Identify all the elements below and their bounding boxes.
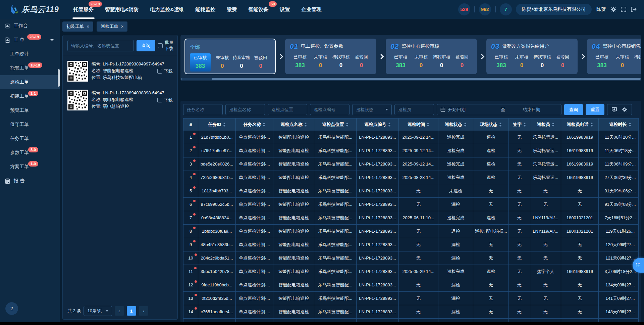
stage-card[interactable]: 02 监控中心巡检审核 已审核 383 未审核 0 待我审核 0 被驳回 0 [386, 39, 477, 74]
notification-counter[interactable]: 7 [500, 3, 512, 15]
column-header[interactable]: 现场状态 [473, 119, 509, 131]
filter-input[interactable] [394, 104, 434, 115]
table-row[interactable]: 51813b4bb793...单点巡检计划-...智能配电箱巡检乐鸟科技智能配.… [183, 184, 638, 198]
panel-next-page-button[interactable]: › [139, 306, 148, 316]
nav-item[interactable]: 智能设备 50 [243, 0, 274, 19]
table-row[interactable]: 70a98c43f8824...单点巡检计划-...智能配电箱巡检乐鸟科技智能配… [183, 211, 638, 225]
sidebar-subitem[interactable]: 初装工单 1-1 [0, 89, 60, 103]
column-header[interactable]: 任务ID [198, 119, 236, 131]
sidebar-subitem[interactable]: 方案工单 1-0 [0, 160, 60, 174]
cards-next-arrow[interactable] [477, 55, 486, 58]
table-row[interactable]: 121d7dfddb1b0...单点巡检计划-...智能配电箱巡检乐鸟科技智能配… [183, 131, 638, 144]
nav-item[interactable]: 电力监控&运维 [145, 0, 190, 19]
panel-page-size-select[interactable]: 10条/页 [84, 306, 112, 316]
filter-input[interactable] [310, 104, 350, 115]
sidebar-subitem[interactable]: 托管工单 18-18 [0, 61, 60, 75]
column-header[interactable]: 巡检时长 [599, 119, 639, 131]
cards-next-arrow[interactable] [276, 55, 285, 58]
date-range-picker[interactable]: 开始日期 至 结束日期 [437, 104, 561, 115]
column-settings-icon[interactable] [622, 107, 628, 112]
table-row[interactable]: 81bfdbc30f6a9...单点巡检计划-...智能配电箱巡检乐鸟科技智能配… [183, 225, 638, 238]
fullscreen-icon[interactable] [621, 6, 627, 12]
stage-card[interactable]: 04 监控中心审核销售工作 已审核 383 未审核 0 待我审核 0 被驳回 0 [587, 39, 641, 74]
table-row[interactable]: 3bde5e20e0826...单点巡检计划-...智能配电箱巡检乐鸟科技智能配… [183, 157, 638, 171]
sidebar-subitem[interactable]: 巡检工单 [0, 75, 60, 89]
nav-item[interactable]: 设置 [274, 0, 296, 19]
filter-select[interactable]: 巡检状态 [352, 104, 392, 115]
notification-counter[interactable]: 529 [458, 3, 470, 15]
column-header[interactable]: 巡检时间 [399, 119, 438, 131]
sort-icon[interactable] [388, 123, 391, 127]
download-checkbox[interactable] [157, 98, 162, 102]
table-row[interactable]: 2c7f517b6ce97...单点巡检计划-...智能配电箱巡检乐鸟科技智能配… [183, 144, 638, 157]
search-button[interactable]: 查询 [137, 40, 155, 51]
inspection-point-item[interactable]: 编号: LN-Pt-1-1728893894997-64947 名称: 智能配电… [63, 56, 177, 85]
notification-counter[interactable]: 962 [479, 3, 491, 15]
column-header[interactable]: 任务名称 [236, 119, 273, 131]
column-header[interactable]: 巡检点名称 [273, 119, 314, 131]
table-row[interactable]: 130f210d2f835d...单点巡检计划-...智能配电箱巡检乐鸟科技智能… [183, 292, 638, 305]
sort-icon[interactable] [427, 123, 429, 127]
sort-icon[interactable] [499, 123, 502, 127]
table-row[interactable]: 1135bc1b042b78...单点巡检计划-...智能配电箱巡检乐鸟科技智能… [183, 265, 638, 278]
sort-icon[interactable] [346, 123, 348, 127]
sort-icon[interactable] [223, 123, 226, 127]
filter-reset-button[interactable]: 重置 [586, 104, 604, 115]
page-button[interactable]: 1 [127, 306, 136, 316]
tab-close-icon[interactable]: × [121, 24, 123, 29]
panel-prev-page-button[interactable]: ‹ [115, 306, 124, 316]
start-date-placeholder[interactable]: 开始日期 [445, 107, 501, 113]
stage-card[interactable]: 03 做整改方案报告给用户 已审核 383 未审核 0 待我审核 0 被驳回 0 [486, 39, 578, 74]
nav-item[interactable]: 托管服务 23-19 [68, 0, 99, 19]
sort-icon[interactable] [464, 123, 467, 127]
end-date-placeholder[interactable]: 结束日期 [505, 107, 558, 113]
table-row[interactable]: 10284c2c9bda51...单点巡检计划-...智能配电箱巡检乐鸟科技智能… [183, 251, 638, 265]
download-checkbox[interactable] [157, 69, 162, 74]
company-selector[interactable]: 陈贺>新北京乐鸟科技有限公司 [516, 4, 592, 15]
sidebar-scrollbar[interactable] [58, 69, 60, 87]
sidebar-item-report[interactable]: 报 告 [0, 174, 60, 188]
table-row[interactable]: 4722e2680b81b...单点巡检计划-...智能配电箱巡检乐鸟科技智能配… [183, 171, 638, 184]
nav-item[interactable]: 智慧用电&消防 [99, 0, 145, 19]
tab-item[interactable]: 初装工单 × [62, 21, 93, 32]
stage-card[interactable]: 01 电工巡检、设置参数 已审核 383 未审核 0 待我审核 0 被驳回 0 [285, 39, 376, 74]
sort-icon[interactable] [552, 123, 554, 127]
cards-scrollbar-track[interactable] [181, 78, 641, 80]
inspection-point-item[interactable]: 编号: LN-Pt-1-1728894038398-64947 名称: 弱电配电… [63, 85, 177, 114]
sidebar-subitem[interactable]: 预警工单 [0, 103, 60, 118]
table-row[interactable]: 14c7651aeaffee4...单点巡检计划-...智能配电箱巡检乐鸟科技智… [183, 305, 638, 319]
download-checkbox-row[interactable]: 下载 [157, 68, 173, 74]
sort-icon[interactable] [590, 123, 593, 127]
column-header[interactable]: # [183, 119, 198, 131]
column-header[interactable]: 巡检状态 [438, 119, 473, 131]
tab-item[interactable]: 巡检工单 × [97, 21, 127, 32]
cards-next-arrow[interactable] [376, 55, 386, 58]
sort-icon[interactable] [304, 123, 307, 127]
nav-item[interactable]: 能耗监控 [190, 0, 221, 19]
filter-input[interactable] [225, 104, 265, 115]
sidebar-subitem[interactable]: 任务工单 [0, 132, 60, 146]
sidebar-item-workorder-group[interactable]: 工 单 23-19 [0, 33, 60, 47]
sort-icon[interactable] [629, 123, 631, 127]
filter-input[interactable] [183, 104, 223, 115]
cards-scrollbar-thumb[interactable] [181, 78, 212, 80]
tab-close-icon[interactable]: × [87, 24, 89, 29]
filter-input[interactable] [268, 104, 307, 115]
sidebar-subitem[interactable]: 工单统计 [0, 47, 60, 61]
sidebar-subitem[interactable]: 参数工单 3-0 [0, 146, 60, 160]
sidebar-footer-badge[interactable]: 2 [5, 302, 18, 315]
download-checkbox-row[interactable]: 下载 [157, 97, 173, 103]
table-row[interactable]: 129fde119b0bcb...单点巡检计划-...智能配电箱巡检乐鸟科技智能… [183, 278, 638, 292]
nav-item[interactable]: 缴费 [221, 0, 243, 19]
column-header[interactable]: 签字 [509, 119, 530, 131]
nav-item[interactable]: 企业管理 [296, 0, 327, 19]
username[interactable]: 陈贺 [596, 6, 606, 12]
batch-download-checkbox[interactable] [158, 43, 163, 48]
batch-download-row[interactable]: 批量下载 [158, 40, 173, 52]
column-header[interactable]: 巡检员 [530, 119, 561, 131]
table-row[interactable]: 948b451c3583b...单点巡检计划-...智能配电箱巡检乐鸟科技智能配… [183, 238, 638, 251]
gear-icon[interactable] [610, 6, 616, 12]
export-icon[interactable] [611, 107, 617, 112]
table-row[interactable]: 687c699052c5b...单点巡检计划-...智能配电箱巡检乐鸟科技智能配… [183, 198, 638, 211]
sidebar-subitem[interactable]: 值守工单 [0, 118, 60, 132]
